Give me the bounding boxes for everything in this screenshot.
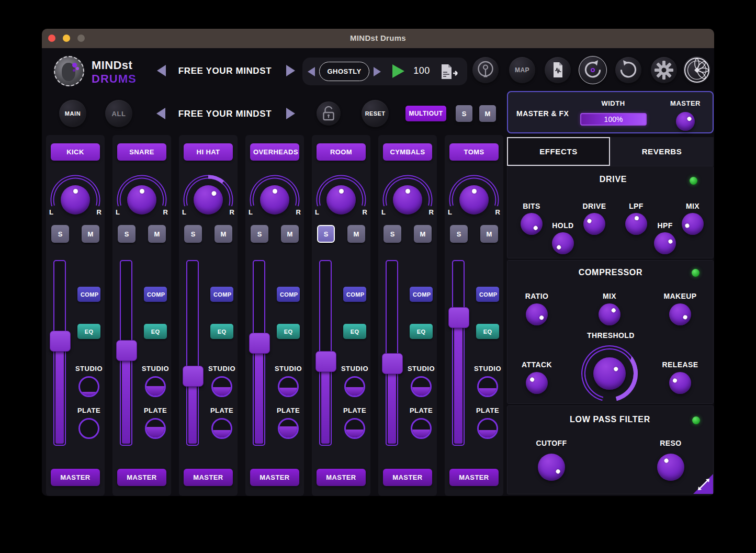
fader-handle[interactable] — [50, 331, 71, 352]
mute-button[interactable]: M — [347, 225, 365, 243]
solo-button[interactable]: S — [317, 225, 335, 243]
compressor-enabled-led[interactable] — [692, 269, 699, 277]
kit-next-arrow[interactable] — [374, 67, 381, 76]
solo-button[interactable]: S — [51, 225, 69, 243]
hold-knob[interactable] — [552, 232, 574, 254]
mute-button[interactable]: M — [414, 225, 432, 243]
fader-handle[interactable] — [116, 340, 137, 361]
plate-send-knob[interactable] — [278, 418, 299, 439]
cutoff-knob[interactable] — [538, 454, 565, 481]
drive-enabled-led[interactable] — [690, 177, 697, 185]
ratio-knob[interactable] — [526, 303, 548, 325]
studio-send-knob[interactable] — [78, 376, 99, 397]
studio-send-knob[interactable] — [477, 376, 498, 397]
volume-fader[interactable] — [186, 260, 199, 446]
threshold-knob[interactable] — [593, 357, 626, 390]
fader-handle[interactable] — [249, 333, 270, 354]
channel-button[interactable]: CYMBALS — [383, 143, 432, 161]
lpf-knob[interactable] — [625, 213, 647, 235]
pan-knob[interactable]: L R — [247, 171, 302, 228]
channel-button[interactable]: ROOM — [317, 143, 366, 161]
solo-button[interactable]: S — [251, 225, 268, 243]
channel-button[interactable]: HI HAT — [184, 143, 233, 161]
volume-fader[interactable] — [319, 260, 332, 446]
tab-effects[interactable]: EFFECTS — [507, 137, 610, 166]
plate-send-knob[interactable] — [411, 418, 432, 439]
studio-send-knob[interactable] — [211, 376, 232, 397]
master-route-button[interactable]: MASTER — [250, 469, 299, 486]
channel-button[interactable]: TOMS — [449, 143, 499, 161]
plate-send-knob[interactable] — [477, 418, 498, 439]
reso-knob[interactable] — [657, 454, 684, 481]
volume-fader[interactable] — [386, 260, 398, 446]
drive-mix-knob[interactable] — [682, 213, 704, 235]
volume-fader[interactable] — [253, 260, 265, 446]
volume-fader[interactable] — [120, 260, 132, 446]
kit-selector[interactable]: GHOSTLY — [319, 62, 369, 81]
mic-button[interactable] — [472, 57, 499, 83]
channel-button[interactable]: KICK — [51, 143, 100, 161]
comp-button[interactable]: COMP — [343, 287, 366, 302]
width-slider[interactable]: 100% — [580, 113, 647, 126]
undo-button[interactable] — [579, 56, 607, 84]
map-button[interactable]: MAP — [509, 57, 535, 83]
preset-prev-arrow[interactable] — [156, 108, 165, 119]
master-route-button[interactable]: MASTER — [449, 469, 499, 486]
eq-button[interactable]: EQ — [210, 324, 233, 339]
reset-button[interactable]: RESET — [362, 100, 389, 127]
master-route-button[interactable]: MASTER — [51, 469, 100, 486]
solo-button[interactable]: S — [184, 225, 202, 243]
pan-knob[interactable]: L R — [115, 171, 169, 228]
tab-reverbs[interactable]: REVERBS — [610, 137, 714, 166]
drive-knob[interactable] — [583, 213, 605, 235]
plate-send-knob[interactable] — [145, 418, 166, 439]
plate-send-knob[interactable] — [78, 418, 99, 439]
bits-knob[interactable] — [521, 213, 543, 235]
eq-button[interactable]: EQ — [77, 324, 100, 339]
volume-fader[interactable] — [452, 260, 465, 446]
volume-fader[interactable] — [53, 260, 66, 446]
master-route-button[interactable]: MASTER — [383, 469, 432, 486]
load-sample-button[interactable] — [545, 57, 571, 83]
multiout-button[interactable]: MULTIOUT — [405, 106, 446, 121]
studio-send-knob[interactable] — [145, 376, 166, 397]
studio-send-knob[interactable] — [344, 376, 365, 397]
company-logo-button[interactable] — [683, 57, 710, 84]
main-view-button[interactable]: MAIN — [59, 100, 86, 127]
global-solo-button[interactable]: S — [456, 105, 472, 122]
solo-button[interactable]: S — [450, 225, 468, 243]
studio-send-knob[interactable] — [411, 376, 432, 397]
pan-knob[interactable]: L R — [380, 171, 435, 228]
preset-next-arrow[interactable] — [286, 108, 295, 119]
redo-button[interactable] — [615, 57, 641, 83]
comp-button[interactable]: COMP — [410, 287, 433, 302]
mute-button[interactable]: M — [480, 225, 498, 243]
kit-prev-arrow[interactable] — [308, 67, 315, 76]
pan-knob[interactable]: L R — [48, 171, 103, 228]
comp-button[interactable]: COMP — [476, 287, 499, 302]
release-knob[interactable] — [669, 372, 691, 394]
master-volume-knob[interactable] — [676, 112, 695, 131]
comp-button[interactable]: COMP — [210, 287, 233, 302]
preset-prev-arrow[interactable] — [157, 65, 166, 76]
mute-button[interactable]: M — [281, 225, 299, 243]
export-midi-icon[interactable] — [439, 63, 460, 81]
settings-button[interactable] — [651, 57, 677, 83]
play-button[interactable] — [392, 64, 404, 78]
solo-button[interactable]: S — [118, 225, 136, 243]
plate-send-knob[interactable] — [211, 418, 232, 439]
makeup-knob[interactable] — [669, 303, 691, 325]
lock-button[interactable] — [317, 101, 341, 126]
comp-mix-knob[interactable] — [599, 303, 620, 325]
channel-button[interactable]: SNARE — [117, 143, 166, 161]
resize-handle[interactable] — [693, 474, 713, 494]
preset-next-arrow[interactable] — [286, 65, 295, 76]
all-view-button[interactable]: ALL — [105, 100, 132, 127]
eq-button[interactable]: EQ — [410, 324, 433, 339]
comp-button[interactable]: COMP — [77, 287, 100, 302]
mute-button[interactable]: M — [215, 225, 232, 243]
mute-button[interactable]: M — [148, 225, 166, 243]
tempo-value[interactable]: 100 — [409, 65, 435, 76]
solo-button[interactable]: S — [383, 225, 401, 243]
global-mute-button[interactable]: M — [479, 105, 496, 122]
